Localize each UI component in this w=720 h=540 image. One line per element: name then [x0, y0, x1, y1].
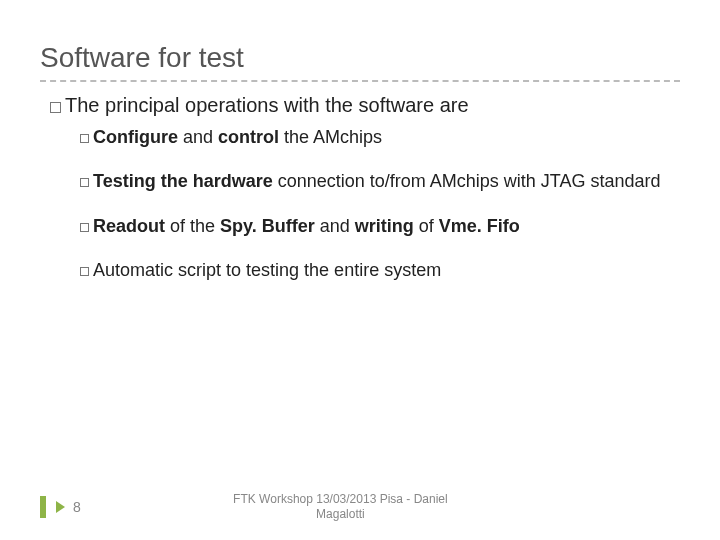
- square-bullet-icon: [80, 267, 89, 276]
- footer-line1: FTK Workshop 13/03/2013 Pisa - Daniel: [233, 492, 448, 506]
- bullet-text-fragment: Vme. Fifo: [439, 216, 520, 236]
- bullet-text-fragment: and: [315, 216, 355, 236]
- main-bullet: The principal operations with the softwa…: [50, 92, 680, 119]
- bullet-text-fragment: of the: [165, 216, 220, 236]
- bullet-text-fragment: Configure: [93, 127, 178, 147]
- sub-bullet: Automatic script to testing the entire s…: [50, 258, 680, 282]
- square-bullet-icon: [80, 223, 89, 232]
- footer-line2: Magalotti: [316, 507, 365, 521]
- bullet-text-fragment: the AMchips: [279, 127, 382, 147]
- content-area: The principal operations with the softwa…: [40, 92, 680, 282]
- square-bullet-icon: [50, 102, 61, 113]
- bullet-text-fragment: of: [414, 216, 439, 236]
- bullet-text-fragment: writing: [355, 216, 414, 236]
- sub-bullet: Readout of the Spy. Buffer and writing o…: [50, 214, 680, 238]
- bullet-text-fragment: script to testing the entire system: [173, 260, 441, 280]
- bullet-text-fragment: Automatic: [93, 260, 173, 280]
- slide: Software for test The principal operatio…: [0, 0, 720, 540]
- main-bullet-prefix: The: [65, 94, 99, 116]
- bullet-text-fragment: and: [178, 127, 218, 147]
- bullet-text-fragment: Readout: [93, 216, 165, 236]
- page-number: 8: [73, 499, 81, 515]
- sub-bullet: Testing the hardware connection to/from …: [50, 169, 680, 193]
- arrow-right-icon: [56, 501, 65, 513]
- bullet-text-fragment: connection to/from AMchips with JTAG sta…: [273, 171, 661, 191]
- square-bullet-icon: [80, 134, 89, 143]
- bullet-text-fragment: Spy. Buffer: [220, 216, 315, 236]
- main-bullet-rest: principal operations with the software a…: [99, 94, 468, 116]
- sub-bullet-list: Configure and control the AMchipsTesting…: [50, 125, 680, 282]
- accent-bar-icon: [40, 496, 46, 518]
- title-underline: [40, 80, 680, 82]
- sub-bullet: Configure and control the AMchips: [50, 125, 680, 149]
- slide-title: Software for test: [40, 42, 680, 74]
- footer: 8 FTK Workshop 13/03/2013 Pisa - Daniel …: [0, 492, 720, 522]
- footer-text: FTK Workshop 13/03/2013 Pisa - Daniel Ma…: [81, 492, 720, 522]
- square-bullet-icon: [80, 178, 89, 187]
- bullet-text-fragment: Testing the hardware: [93, 171, 273, 191]
- bullet-text-fragment: control: [218, 127, 279, 147]
